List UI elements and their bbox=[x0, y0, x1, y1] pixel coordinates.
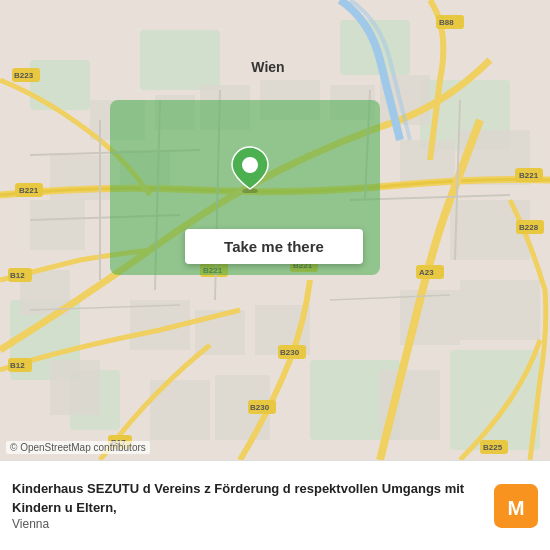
svg-text:B230: B230 bbox=[280, 348, 300, 357]
moovit-icon: M bbox=[494, 484, 538, 528]
svg-text:Wien: Wien bbox=[251, 59, 284, 75]
svg-point-71 bbox=[242, 157, 258, 173]
map-pin bbox=[230, 145, 270, 193]
svg-rect-8 bbox=[450, 350, 540, 450]
location-city: Vienna bbox=[12, 517, 482, 531]
svg-text:B221: B221 bbox=[519, 171, 539, 180]
svg-text:B88: B88 bbox=[439, 18, 454, 27]
location-name: Kinderhaus SEZUTU d Vereins z Förderung … bbox=[12, 480, 482, 516]
take-me-there-button[interactable]: Take me there bbox=[185, 229, 363, 264]
map-area: B221 B221 B221 B221 B88 B223 A23 B12 B12… bbox=[0, 0, 550, 460]
svg-text:B223: B223 bbox=[14, 71, 34, 80]
bottom-bar: Kinderhaus SEZUTU d Vereins z Förderung … bbox=[0, 460, 550, 550]
svg-text:B12: B12 bbox=[10, 271, 25, 280]
svg-text:A23: A23 bbox=[419, 268, 434, 277]
svg-text:B221: B221 bbox=[19, 186, 39, 195]
svg-rect-27 bbox=[50, 360, 100, 415]
svg-rect-26 bbox=[460, 280, 540, 340]
svg-rect-19 bbox=[30, 200, 85, 250]
svg-text:B230: B230 bbox=[250, 403, 270, 412]
svg-text:M: M bbox=[507, 495, 524, 518]
svg-text:B228: B228 bbox=[519, 223, 539, 232]
svg-text:B225: B225 bbox=[483, 443, 503, 452]
moovit-logo: M bbox=[494, 484, 538, 528]
location-info: Kinderhaus SEZUTU d Vereins z Förderung … bbox=[12, 480, 482, 530]
svg-rect-1 bbox=[30, 60, 90, 110]
svg-text:B12: B12 bbox=[10, 361, 25, 370]
map-attribution: © OpenStreetMap contributors bbox=[6, 441, 150, 454]
svg-rect-2 bbox=[140, 30, 220, 90]
app: B221 B221 B221 B221 B88 B223 A23 B12 B12… bbox=[0, 0, 550, 550]
